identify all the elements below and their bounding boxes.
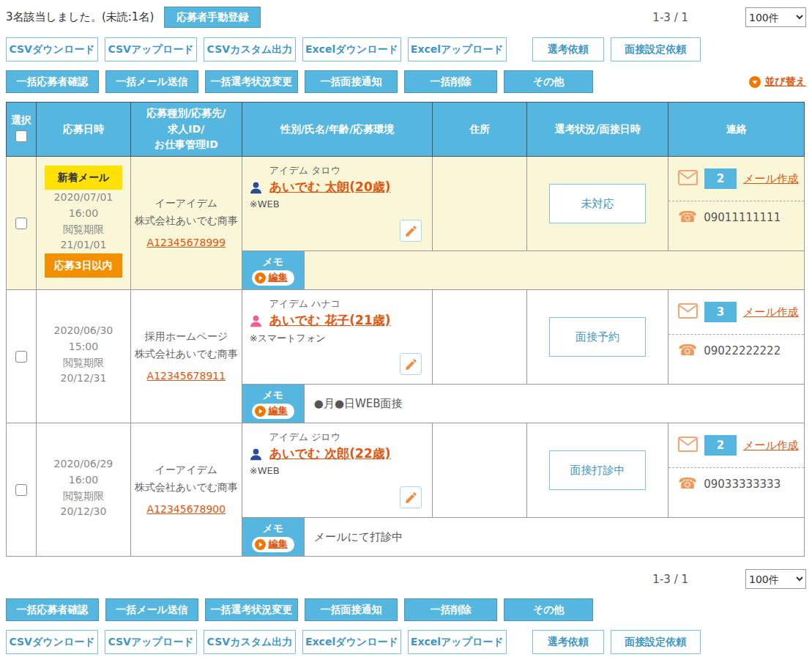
excel-upload-button[interactable]: Excelアップロード [408, 37, 507, 62]
edit-pencil-button[interactable] [400, 486, 422, 508]
applicant-name-link[interactable]: あいでむ 太朗(20歳) [269, 179, 391, 194]
mail-count-badge[interactable]: 2 [704, 435, 737, 456]
excel-upload-button-bottom[interactable]: Excelアップロード [408, 630, 507, 654]
col-header-apply-type: 応募種別/応募先/ 求人ID/ お仕事管理ID [130, 103, 242, 157]
col-header-contact: 連絡 [668, 103, 805, 157]
applicant-name-link[interactable]: あいでむ 花子(21歳) [269, 313, 391, 327]
row-checkbox[interactable] [15, 484, 27, 496]
selection-request-button-bottom[interactable]: 選考依頼 [532, 630, 604, 654]
csv-download-button[interactable]: CSVダウンロード [6, 37, 98, 62]
job-id-link[interactable]: A12345678911 [147, 368, 226, 385]
memo-edit-button[interactable]: 編集 [252, 270, 294, 286]
mail-create-link[interactable]: メール作成 [743, 439, 799, 453]
bulk-status-change-button-bottom[interactable]: 一括選考状況変更 [205, 598, 298, 621]
csv-custom-export-button[interactable]: CSVカスタム出力 [204, 37, 296, 62]
others-button-bottom[interactable]: その他 [504, 598, 593, 621]
pencil-icon [404, 224, 418, 238]
person-cell: アイデム ジロウ あいでむ 次郎(22歳) ※WEB [242, 423, 433, 518]
memo-label: メモ [262, 389, 283, 402]
select-cell [7, 157, 37, 290]
mail-create-link[interactable]: メール作成 [743, 305, 799, 319]
sort-icon [749, 76, 761, 88]
col-header-select: 選択 [7, 103, 37, 157]
selection-status-box[interactable]: 未対応 [549, 184, 646, 223]
excel-download-button-bottom[interactable]: Excelダウンロード [302, 630, 401, 654]
per-page-select[interactable]: 100件 [745, 7, 806, 27]
edit-play-icon [255, 272, 266, 283]
apply-environment: ※WEB [250, 198, 425, 209]
mail-icon [678, 303, 698, 321]
csv-download-button-bottom[interactable]: CSVダウンロード [6, 630, 98, 654]
phone-number: 09022222222 [704, 344, 781, 357]
contact-cell: 2 メール作成 ☎ 09033333333 [668, 423, 805, 518]
edit-pencil-button[interactable] [400, 353, 422, 375]
bulk-mail-send-button-bottom[interactable]: 一括メール送信 [105, 598, 198, 621]
memo-cell: メモ 編集 メールにて打診中 [242, 518, 804, 557]
table-header-row: 選択 応募日時 応募種別/応募先/ 求人ID/ お仕事管理ID 性別/氏名/年齢… [7, 103, 805, 157]
per-page-select-bottom[interactable]: 100件 [745, 569, 806, 589]
view-limit-label: 閲覧期限 [54, 489, 113, 505]
address-cell [433, 290, 527, 385]
bulk-interview-notice-button[interactable]: 一括面接通知 [305, 70, 398, 93]
applied-time: 16:00 [54, 206, 113, 222]
selection-status-box[interactable]: 面接打診中 [549, 450, 646, 490]
apply-type: 採用ホームページ [132, 328, 241, 345]
apply-type: イーアイデム [132, 461, 241, 478]
row-checkbox[interactable] [15, 218, 27, 229]
bulk-applicant-confirm-button-bottom[interactable]: 一括応募者確認 [6, 598, 99, 621]
phone-icon: ☎ [678, 209, 697, 225]
selection-status-box[interactable]: 面接予約 [549, 317, 646, 357]
selection-request-button[interactable]: 選考依頼 [532, 37, 604, 62]
status-cell: 面接予約 [527, 290, 668, 385]
memo-cell: メモ 編集 [242, 251, 804, 290]
person-icon [250, 448, 262, 461]
apply-type-cell: イーアイデム 株式会社あいでむ商事 A12345678900 [130, 423, 242, 557]
mail-icon [678, 437, 698, 454]
person-cell: アイデム ハナコ あいでむ 花子(21歳) ※スマートフォン [242, 290, 433, 385]
applicant-name-link[interactable]: あいでむ 次郎(22歳) [269, 446, 391, 461]
view-limit-date: 21/01/01 [54, 237, 113, 253]
bulk-status-change-button[interactable]: 一括選考状況変更 [205, 70, 298, 93]
memo-tab: メモ 編集 [242, 385, 305, 423]
col-header-person: 性別/氏名/年齢/応募環境 [242, 103, 433, 157]
mail-count-badge[interactable]: 2 [704, 168, 737, 189]
memo-edit-button[interactable]: 編集 [252, 537, 294, 552]
bulk-delete-button-bottom[interactable]: 一括削除 [404, 598, 497, 621]
mail-count-badge[interactable]: 3 [704, 302, 737, 322]
applicant-table: 選択 応募日時 応募種別/応募先/ 求人ID/ お仕事管理ID 性別/氏名/年齢… [6, 102, 805, 557]
interview-setting-request-button[interactable]: 面接設定依頼 [611, 37, 701, 62]
sort-link[interactable]: 並び替え [749, 75, 806, 89]
bulk-button-row-top: 一括応募者確認 一括メール送信 一括選考状況変更 一括面接通知 一括削除 その他… [6, 70, 806, 93]
pencil-icon [404, 491, 418, 505]
bulk-mail-send-button[interactable]: 一括メール送信 [105, 70, 198, 93]
bulk-applicant-confirm-button[interactable]: 一括応募者確認 [6, 70, 99, 93]
bulk-delete-button[interactable]: 一括削除 [404, 70, 497, 93]
apply-date-cell: 2020/06/29 16:00 閲覧期限 20/12/30 [36, 423, 130, 557]
csv-button-row-top: CSVダウンロード CSVアップロード CSVカスタム出力 Excelダウンロー… [6, 37, 806, 62]
job-id-link[interactable]: A12345678900 [147, 501, 226, 518]
pencil-icon [404, 357, 418, 371]
view-limit-date: 20/12/31 [54, 371, 113, 387]
phone-icon: ☎ [678, 476, 697, 491]
interview-setting-request-button-bottom[interactable]: 面接設定依頼 [611, 630, 701, 654]
view-limit-label: 閲覧期限 [54, 355, 113, 371]
bulk-interview-notice-button-bottom[interactable]: 一括面接通知 [305, 598, 398, 621]
others-button[interactable]: その他 [504, 70, 593, 93]
row-checkbox[interactable] [15, 351, 27, 363]
memo-tab: メモ 編集 [242, 251, 305, 289]
mail-create-link[interactable]: メール作成 [743, 172, 799, 186]
recent-apply-badge: 応募3日以内 [45, 253, 122, 278]
select-all-checkbox[interactable] [15, 130, 27, 142]
status-cell: 未対応 [527, 157, 668, 251]
applied-date: 2020/06/30 [54, 323, 113, 339]
manual-register-button[interactable]: 応募者手動登録 [164, 7, 261, 28]
result-count-text: 3名該当しました。(未読:1名) [6, 10, 154, 24]
applicant-row: 2020/06/30 15:00 閲覧期限 20/12/31 採用ホームページ … [7, 290, 805, 385]
csv-upload-button[interactable]: CSVアップロード [105, 37, 197, 62]
memo-edit-button[interactable]: 編集 [252, 404, 294, 419]
excel-download-button[interactable]: Excelダウンロード [302, 37, 401, 62]
csv-upload-button-bottom[interactable]: CSVアップロード [105, 630, 197, 654]
csv-custom-export-button-bottom[interactable]: CSVカスタム出力 [204, 630, 296, 654]
edit-pencil-button[interactable] [400, 220, 422, 242]
job-id-link[interactable]: A12345678999 [147, 234, 226, 251]
